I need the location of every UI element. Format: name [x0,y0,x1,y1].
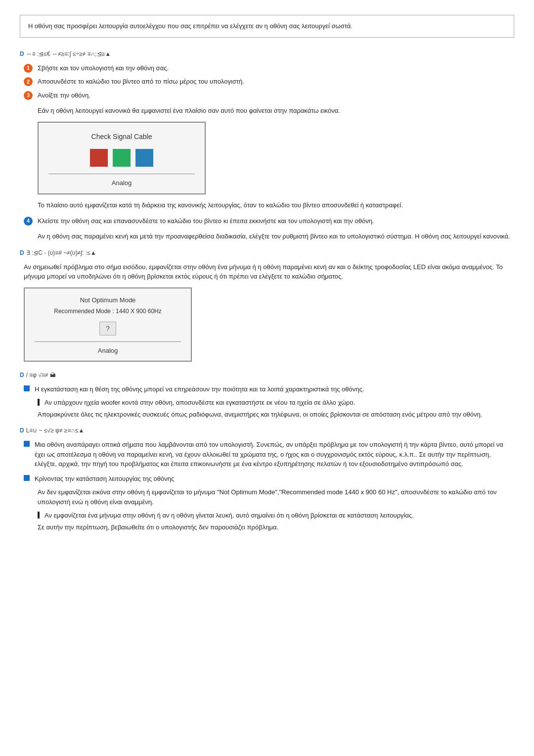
section3-symbols-text: / ≡φ √≡≠ 🏔 [26,371,56,379]
signal-cable-title: Check Signal Cable [48,132,195,142]
step-1-text: Σβήστε και τον υπολογιστή και την οθόνη … [38,63,514,73]
section4-symbols: D L≡∪ ~ ≤√≥ φ≠ ≥≡∩≤▲ [20,426,514,435]
step-4-text: Κλείστε την οθόνη σας και επανασυνδέστε … [38,216,514,226]
section3-symbols: D / ≡φ √≡≠ 🏔 [20,371,514,379]
optimum-box: Not Optimum Mode Recommended Mode : 1440… [24,287,192,362]
signal-cable-box: Check Signal Cable Analog [38,122,206,195]
section2-symbols-text: ∃ :⊴C - (υ)≡# ~≠(υ)≠∫: :≤▲ [26,248,96,257]
bullet1-text: Η εγκατάσταση και η θέση της οθόνης μπορ… [35,384,514,394]
question-mark: ? [99,322,116,335]
black-bar-icon-1 [38,399,40,406]
bullet3-icon [24,475,30,481]
d-icon-2: D [20,248,24,257]
section2-symbols: D ∃ :⊴C - (υ)≡# ~≠(υ)≠∫: :≤▲ [20,248,514,257]
step-2: 2 Αποσυνδέστε το καλώδιο του βίντεο από … [20,77,514,87]
color-squares [48,149,195,167]
optimum-footer: Analog [35,341,181,356]
sub-bullet2-item: Αν εμφανίζεται ένα μήνυμα στην οθόνη ή α… [38,511,514,520]
section2-text: Αν σημειωθεί πρόβλημα στο σήμα εισόδου, … [24,262,514,282]
section1-symbols-text: ↔≡ :⊴≤€ ↔≠≥≡:∫ ≤÷≥≠ ≡∩;⊴≥▲ [26,49,111,58]
red-square [90,149,108,167]
d-icon-3: D [20,371,24,379]
green-square [113,149,131,167]
step4-list: 4 Κλείστε την οθόνη σας και επανασυνδέστ… [20,216,514,226]
bullet3-sub-text: Αν δεν εμφανίζεται εικόνα στην οθόνη ή ε… [38,487,514,507]
step-2-num: 2 [24,77,33,86]
step-3-text: Ανοίξτε την οθόνη. [38,91,514,100]
intro-text: Η οθόνη σας προσφέρει λειτουργία αυτοελέ… [28,22,353,30]
signal-cable-wrapper: Check Signal Cable Analog [38,122,514,195]
step-1: 1 Σβήστε και τον υπολογιστή και την οθόν… [20,63,514,73]
optimum-title: Not Optimum Mode [35,295,181,305]
section1-symbols: D ↔≡ :⊴≤€ ↔≠≥≡:∫ ≤÷≥≠ ≡∩;⊴≥▲ [20,49,514,58]
bullet3-title: Κρίνοντας την κατάσταση λειτουργίας της … [35,474,514,484]
step-1-num: 1 [24,64,33,73]
bullet2-icon [24,441,30,447]
bullet3-sub2-note: Σε αυτήν την περίπτωση, βεβαιωθείτε ότι … [38,522,514,532]
step-4: 4 Κλείστε την οθόνη σας και επανασυνδέστ… [20,216,514,226]
sub-bullet1-item: Αν υπάρχουν ηχεία woofer κοντά στην οθόν… [38,398,514,408]
sub-bullet2-title: Αν εμφανίζεται ένα μήνυμα στην οθόνη ή α… [44,511,514,520]
bullet2-item: Μια οθόνη αναπάραγει οπτικά σήματα που λ… [20,440,514,469]
sub-bullet1-text: Αν υπάρχουν ηχεία woofer κοντά στην οθόν… [44,398,514,408]
step-4-num: 4 [24,217,33,226]
bullet1-item: Η εγκατάσταση και η θέση της οθόνης μπορ… [20,384,514,394]
optimum-box-wrapper: Not Optimum Mode Recommended Mode : 1440… [20,287,514,362]
bullet1-icon [24,385,30,391]
step-2-text: Αποσυνδέστε το καλώδιο του βίντεο από το… [38,77,514,87]
bullet2-text: Μια οθόνη αναπάραγει οπτικά σήματα που λ… [35,440,514,469]
step4-subtext: Αν η οθόνη σας παραμένει κενή και μετά τ… [38,232,514,241]
step-3: 3 Ανοίξτε την οθόνη. [20,91,514,100]
signal-box-note: Το πλαίσιο αυτό εμφανίζεται κατά τη διάρ… [38,200,514,210]
steps-list: 1 Σβήστε και τον υπολογιστή και την οθόν… [20,63,514,100]
step3-subtext: Εάν η οθόνη λειτουργεί κανονικά θα εμφαν… [38,106,514,116]
signal-cable-footer: Analog [48,174,195,188]
d-icon-4: D [20,426,24,435]
sub-bullet1-note: Απομακρύνετε όλες τις ηλεκτρονικές συσκε… [38,410,514,420]
intro-box: Η οθόνη σας προσφέρει λειτουργία αυτοελέ… [20,15,514,38]
optimum-subtitle: Recommended Mode : 1440 X 900 60Hz [35,307,181,316]
blue-square [135,149,153,167]
black-bar-icon-2 [38,512,40,519]
step-3-num: 3 [24,91,33,100]
section4-symbols-text: L≡∪ ~ ≤√≥ φ≠ ≥≡∩≤▲ [26,426,85,435]
d-icon-1: D [20,49,24,58]
bullet3-item: Κρίνοντας την κατάσταση λειτουργίας της … [20,474,514,484]
